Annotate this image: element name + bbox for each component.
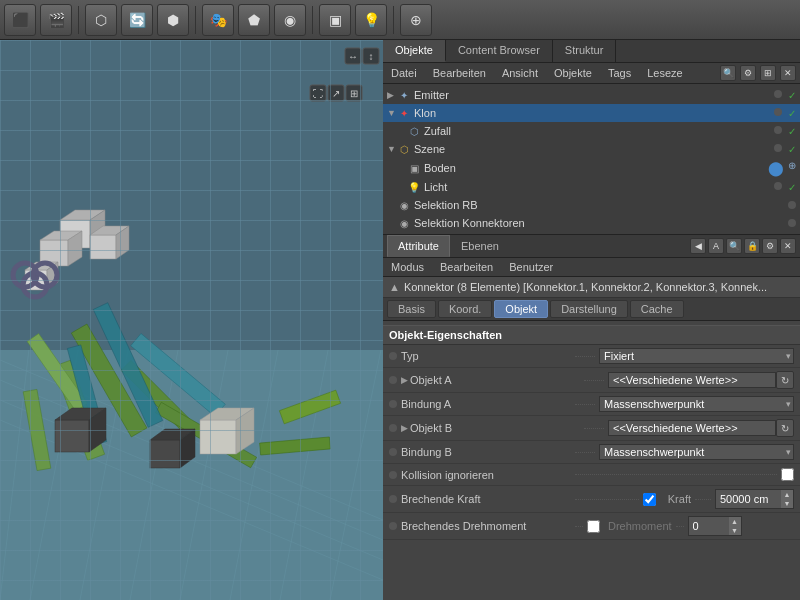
kraft-arrows: ▲ ▼ — [781, 490, 793, 508]
toolbar-icon-6[interactable]: 🎭 — [202, 4, 234, 36]
kraft-input[interactable] — [716, 492, 781, 506]
prop-expand-objb[interactable]: ▶ — [401, 423, 408, 433]
prop-value-binda[interactable]: Massenschwerpunkt — [599, 396, 794, 412]
tab-struktur[interactable]: Struktur — [553, 40, 617, 62]
drehmoment-arrow-down[interactable]: ▼ — [729, 526, 741, 535]
toolbar-sep-4 — [393, 6, 394, 34]
attr-tab-ebenen[interactable]: Ebenen — [450, 235, 510, 257]
prop-bindung-a: Bindung A Massenschwerpunkt — [383, 393, 800, 416]
attr-back-btn[interactable]: ◀ — [690, 238, 706, 254]
typ-select[interactable]: Fixiert — [599, 348, 794, 364]
kraft-input-wrap[interactable]: ▲ ▼ — [715, 489, 794, 509]
prop-value-typ[interactable]: Fixiert — [599, 348, 794, 364]
tree-arrow-emitter: ▶ — [387, 90, 397, 100]
attr-icon-lock[interactable]: 🔒 — [744, 238, 760, 254]
objekt-a-input[interactable] — [608, 372, 776, 388]
sub-tab-koord[interactable]: Koord. — [438, 300, 492, 318]
objekt-b-btn[interactable]: ↻ — [776, 419, 794, 437]
tree-row-selektion-rb[interactable]: ◉ Selektion RB — [383, 196, 800, 214]
attr-icon-settings[interactable]: ⚙ — [762, 238, 778, 254]
tree-row-licht[interactable]: 💡 Licht ✓ — [383, 178, 800, 196]
toolbar-icon-5[interactable]: ⬢ — [157, 4, 189, 36]
tab-objekte[interactable]: Objekte — [383, 40, 446, 62]
top-tab-bar: Objekte Content Browser Struktur — [383, 40, 800, 63]
prop-label-objb: Objekt B — [410, 422, 580, 434]
tree-icon-emitter: ✦ — [397, 88, 411, 102]
drehmoment-arrow-up[interactable]: ▲ — [729, 517, 741, 526]
attr-icon-close[interactable]: ✕ — [780, 238, 796, 254]
right-panel: Objekte Content Browser Struktur Datei B… — [383, 40, 800, 600]
prop-dot-bindb — [389, 448, 397, 456]
toolbar-icon-7[interactable]: ⬟ — [238, 4, 270, 36]
prop-kollision: Kollision ignorieren — [383, 464, 800, 486]
sub-tab-bar: Basis Koord. Objekt Darstellung Cache — [383, 298, 800, 321]
tree-arrow-szene: ▼ — [387, 144, 397, 154]
viewport-3d[interactable]: ↔ ↕ ⛶ ↗ ⊞ — [0, 40, 383, 600]
close-btn[interactable]: ✕ — [780, 65, 796, 81]
tree-dot1-klon — [774, 108, 782, 116]
bindung-b-select[interactable]: Massenschwerpunkt — [599, 444, 794, 460]
tree-cols-selk — [788, 219, 796, 227]
objekt-b-input[interactable] — [608, 420, 776, 436]
sub-tab-darstellung[interactable]: Darstellung — [550, 300, 628, 318]
bindung-a-select[interactable]: Massenschwerpunkt — [599, 396, 794, 412]
search-btn[interactable]: 🔍 — [720, 65, 736, 81]
tree-row-emitter[interactable]: ▶ ✦ Emitter ✓ — [383, 86, 800, 104]
menu-tags[interactable]: Tags — [604, 66, 635, 80]
menu-datei[interactable]: Datei — [387, 66, 421, 80]
drehmoment-input-wrap[interactable]: ▲ ▼ — [688, 516, 742, 536]
tree-label-licht: Licht — [424, 181, 770, 193]
prop-dot-objb — [389, 424, 397, 432]
toolbar-sep-3 — [312, 6, 313, 34]
toolbar-icon-10[interactable]: 💡 — [355, 4, 387, 36]
settings-btn[interactable]: ⚙ — [740, 65, 756, 81]
attr-menu-benutzer[interactable]: Benutzer — [505, 260, 557, 274]
tab-content-browser[interactable]: Content Browser — [446, 40, 553, 62]
attr-tab-attribute[interactable]: Attribute — [387, 235, 450, 257]
tree-row-szene[interactable]: ▼ ⬡ Szene ✓ — [383, 140, 800, 158]
brechende-kraft-checkbox[interactable] — [643, 493, 656, 506]
attr-menu-modus[interactable]: Modus — [387, 260, 428, 274]
prop-brechende-kraft: Brechende Kraft Kraft ▲ ▼ — [383, 486, 800, 513]
prop-expand-obja[interactable]: ▶ — [401, 375, 408, 385]
sub-tab-cache[interactable]: Cache — [630, 300, 684, 318]
objekt-a-btn[interactable]: ↻ — [776, 371, 794, 389]
object-tree: ▶ ✦ Emitter ✓ ▼ ✦ Klon ✓ — [383, 84, 800, 235]
menu-bearbeiten[interactable]: Bearbeiten — [429, 66, 490, 80]
prop-objekt-b: ▶ Objekt B ↻ — [383, 416, 800, 441]
kraft-label: Kraft — [668, 493, 691, 505]
tree-cols-licht: ✓ — [774, 182, 796, 193]
toolbar-icon-2[interactable]: 🎬 — [40, 4, 72, 36]
menu-leseze[interactable]: Leseze — [643, 66, 686, 80]
attr-icon-search[interactable]: 🔍 — [726, 238, 742, 254]
tree-icon-licht: 💡 — [407, 180, 421, 194]
tree-row-boden[interactable]: ▣ Boden ⬤ ⊕ — [383, 158, 800, 178]
toolbar-icon-4[interactable]: 🔄 — [121, 4, 153, 36]
drehmoment-checkbox[interactable] — [587, 520, 600, 533]
sub-tab-basis[interactable]: Basis — [387, 300, 436, 318]
attr-icon-a[interactable]: A — [708, 238, 724, 254]
toolbar-icon-3[interactable]: ⬡ — [85, 4, 117, 36]
tree-row-klon[interactable]: ▼ ✦ Klon ✓ — [383, 104, 800, 122]
toolbar-icon-1[interactable]: ⬛ — [4, 4, 36, 36]
kraft-arrow-up[interactable]: ▲ — [781, 490, 793, 499]
tree-label-szene: Szene — [414, 143, 770, 155]
kollision-checkbox[interactable] — [781, 468, 794, 481]
toolbar-icon-11[interactable]: ⊕ — [400, 4, 432, 36]
kraft-arrow-down[interactable]: ▼ — [781, 499, 793, 508]
tree-row-selektion-k[interactable]: ◉ Selektion Konnektoren — [383, 214, 800, 232]
layout-btn[interactable]: ⊞ — [760, 65, 776, 81]
prop-dot-typ — [389, 352, 397, 360]
konnektor-icon: ▲ — [389, 281, 400, 293]
toolbar-icon-9[interactable]: ▣ — [319, 4, 351, 36]
prop-value-bindb[interactable]: Massenschwerpunkt — [599, 444, 794, 460]
tree-check-emitter: ✓ — [788, 90, 796, 101]
properties-section: Objekt-Eigenschaften Typ Fixiert ▶ — [383, 321, 800, 544]
toolbar-icon-8[interactable]: ◉ — [274, 4, 306, 36]
sub-tab-objekt[interactable]: Objekt — [494, 300, 548, 318]
tree-row-zufall[interactable]: ⬡ Zufall ✓ — [383, 122, 800, 140]
attr-menu-bearbeiten[interactable]: Bearbeiten — [436, 260, 497, 274]
menu-ansicht[interactable]: Ansicht — [498, 66, 542, 80]
drehmoment-input[interactable] — [689, 519, 729, 533]
menu-objekte[interactable]: Objekte — [550, 66, 596, 80]
